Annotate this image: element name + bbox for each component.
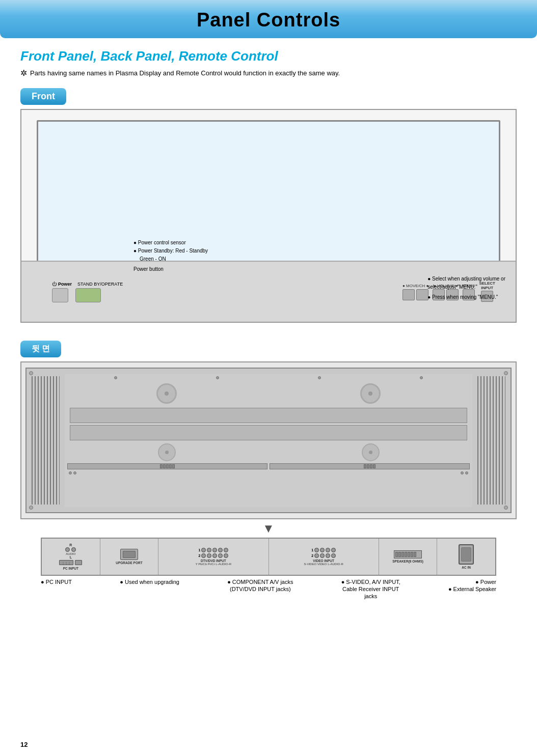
upgrade-port-label: UPGRADE PORT — [116, 561, 142, 565]
speaker-label: SPEAKER(8 OHMS) — [392, 559, 423, 563]
pc-vga-connector: ⋮⋮⋮ — [59, 560, 73, 565]
video-row-2: 2 — [311, 553, 336, 558]
dtv-j7 — [207, 553, 211, 558]
svideo-bottom-text2: Cable Receiver INPUT — [341, 586, 400, 592]
conn-pin-9 — [373, 464, 375, 468]
spk-p7 — [414, 552, 416, 557]
pc-input-seg: R AUDIO L ⋮⋮⋮ PC INPUT — [42, 539, 100, 575]
back-panel-inner — [25, 368, 512, 513]
video-row-1: 1 — [311, 548, 336, 552]
pc-input-r-label: R — [69, 543, 72, 547]
dtv-j5 — [224, 548, 228, 552]
screw-bl — [29, 506, 33, 510]
select-ann: ● Select when adjusting volume or — [427, 275, 505, 283]
power-section: ⏻ Power STAND BY/OPERATE — [52, 282, 123, 302]
note-text: ✲ Parts having same names in Plasma Disp… — [20, 69, 517, 78]
back-panel-badge: 뒷 면 — [20, 341, 61, 357]
ac-connector — [459, 544, 474, 565]
ind-1 — [69, 471, 72, 474]
io-panel-2 — [70, 425, 467, 440]
upper-fans — [65, 383, 472, 404]
dtv-row-2: 2 — [198, 553, 228, 558]
conn-pin-5 — [172, 464, 175, 468]
pc-input-bottom-label: ● PC INPUT — [41, 579, 72, 599]
conn-pin-1 — [160, 464, 163, 468]
fan-right — [360, 383, 381, 404]
back-diagram — [20, 361, 517, 519]
arrow-down-icon: ▼ — [20, 521, 517, 536]
vid-j6 — [320, 553, 325, 558]
video-row1-num: 1 — [311, 548, 313, 552]
conn-pin-6 — [364, 464, 366, 468]
sensor-ann: ● Power control sensor — [133, 239, 208, 247]
video-sublabel: S-VIDEO VIDEO L-AUDIO-R — [304, 563, 343, 566]
power-button[interactable] — [52, 288, 68, 302]
ac-in-label: AC IN — [462, 566, 471, 569]
front-diagram: ⏻ Power STAND BY/OPERATE ● MOVE/CH ● — [20, 109, 517, 323]
standby-ann: ● Power Standby: Red - Standby — [133, 247, 208, 255]
ind-3 — [461, 471, 464, 474]
power-label-row: ⏻ Power STAND BY/OPERATE — [52, 282, 123, 287]
power-btn-ann: Power button — [133, 265, 208, 273]
hole-3 — [318, 376, 321, 379]
fan-lower-center-right — [369, 451, 372, 454]
lower-fans — [65, 443, 472, 461]
spk-p6 — [411, 552, 413, 557]
upgrade-port-inner — [123, 551, 136, 558]
spk-p2 — [398, 552, 401, 557]
fan-lower-left — [158, 443, 176, 461]
vid-j4 — [331, 548, 336, 552]
move-ch-right-button[interactable] — [416, 289, 428, 300]
conn-row-1 — [67, 463, 267, 469]
standby-button[interactable] — [75, 288, 101, 302]
ind-2 — [73, 471, 76, 474]
video-rows: 1 2 — [311, 548, 336, 558]
right-annotations: ● Select when adjusting volume or select… — [427, 275, 505, 301]
right-bottom-ind — [461, 471, 468, 474]
connector-image-area: R AUDIO L ⋮⋮⋮ PC INPUT UPGRADE PORT — [41, 538, 496, 576]
video-label: VIDEO INPUT — [313, 559, 334, 563]
fan-lower-right — [362, 443, 380, 461]
vid-j3 — [326, 548, 330, 552]
move-ch-left-button[interactable] — [402, 289, 415, 300]
upgrade-bottom-text: ● Used when upgrading — [120, 579, 179, 585]
conn-pin-7 — [367, 464, 369, 468]
upgrade-port-seg: UPGRADE PORT — [100, 539, 159, 575]
hole-1 — [114, 376, 117, 379]
conn-pin-3 — [166, 464, 169, 468]
svideo-bottom-text: ● S-VIDEO, A/V INPUT, — [341, 579, 400, 585]
fan-center-left — [165, 391, 169, 396]
pc-input-bottom-text: ● PC INPUT — [41, 579, 72, 585]
speaker-connector-area — [394, 550, 422, 558]
conn-pin-2 — [163, 464, 166, 468]
conn-pin-8 — [370, 464, 372, 468]
back-diagram-container: ▼ R AUDIO L ⋮⋮⋮ PC INPUT UPGRADE PORT — [20, 361, 517, 599]
power-label: Power — [58, 282, 72, 287]
standby-ann2: Green - ON — [140, 255, 208, 263]
dtv-j2 — [207, 548, 211, 552]
power-buttons — [52, 288, 101, 302]
front-diagram-container: ⏻ Power STAND BY/OPERATE ● MOVE/CH ● — [20, 109, 517, 323]
dtv-j10 — [224, 553, 228, 558]
speaker-pins — [394, 550, 422, 558]
fan-lower-center-left — [165, 451, 169, 454]
conn-row-2 — [270, 463, 470, 469]
menu-ann: ● Press when moving "MENU." — [427, 293, 505, 301]
bottom-connectors-back — [65, 463, 472, 469]
left-annotations: ● Power control sensor ● Power Standby: … — [133, 239, 208, 273]
left-vent — [32, 376, 60, 505]
dtv-j4 — [218, 548, 223, 552]
io-panel-1 — [70, 408, 467, 423]
screw-tr — [504, 371, 508, 375]
select-ann2: select/adjust "MENU." — [427, 283, 505, 291]
front-panel-badge: Front — [20, 88, 66, 105]
pc-vga-row: ⋮⋮⋮ — [59, 560, 82, 565]
ac-inner — [461, 547, 471, 562]
dtv-rows: 1 2 — [198, 548, 228, 558]
ind-4 — [465, 471, 468, 474]
speaker-bottom-text: ● External Speaker — [448, 586, 496, 592]
vid-j2 — [320, 548, 325, 552]
dtv-label: DTV/DVD INPUT — [201, 559, 226, 563]
svideo-bottom-label: ● S-VIDEO, A/V INPUT, Cable Receiver INP… — [341, 579, 400, 599]
screw-tl — [29, 371, 33, 375]
